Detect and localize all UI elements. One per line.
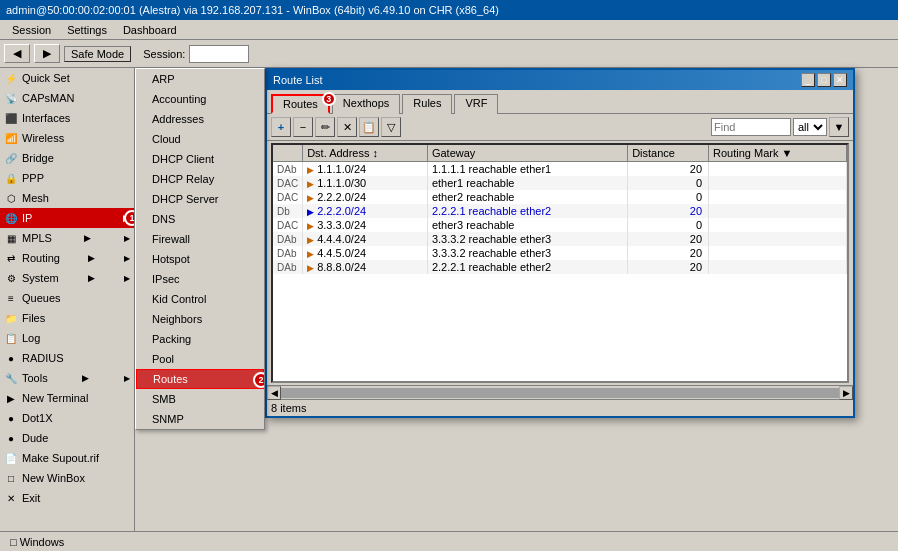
- sidebar-item-routing[interactable]: ⇄ Routing ▶: [0, 248, 134, 268]
- filter-button[interactable]: ▽: [381, 117, 401, 137]
- cell-dst: ▶ 4.4.5.0/24: [303, 246, 428, 260]
- sidebar-item-ppp[interactable]: 🔒 PPP: [0, 168, 134, 188]
- remove-button[interactable]: −: [293, 117, 313, 137]
- sidebar-item-radius[interactable]: ● RADIUS: [0, 348, 134, 368]
- sidebar-item-makesupout[interactable]: 📄 Make Supout.rif: [0, 448, 134, 468]
- dropdown-dhcpserver[interactable]: DHCP Server: [136, 189, 264, 209]
- table-row[interactable]: DAC ▶ 3.3.3.0/24 ether3 reachable 0: [273, 218, 847, 232]
- sidebar-label-system: System: [22, 272, 59, 284]
- dropdown-btn[interactable]: ▼: [829, 117, 849, 137]
- table-row[interactable]: DAC ▶ 1.1.1.0/30 ether1 reachable 0: [273, 176, 847, 190]
- table-row[interactable]: DAb ▶ 4.4.4.0/24 3.3.3.2 reachable ether…: [273, 232, 847, 246]
- scroll-right[interactable]: ▶: [839, 386, 853, 400]
- h-scrollbar[interactable]: ◀ ▶: [267, 385, 853, 399]
- sidebar-item-ip[interactable]: 🌐 IP ▶ 1: [0, 208, 134, 228]
- sidebar-label-log: Log: [22, 332, 40, 344]
- sidebar-item-tools[interactable]: 🔧 Tools ▶: [0, 368, 134, 388]
- scroll-track[interactable]: [281, 388, 839, 398]
- sidebar-item-system[interactable]: ⚙ System ▶: [0, 268, 134, 288]
- sidebar-item-queues[interactable]: ≡ Queues: [0, 288, 134, 308]
- col-distance[interactable]: Distance: [628, 145, 709, 162]
- filter-select[interactable]: all: [793, 118, 827, 136]
- scroll-left[interactable]: ◀: [267, 386, 281, 400]
- dropdown-kidcontrol[interactable]: Kid Control: [136, 289, 264, 309]
- table-row[interactable]: DAb ▶ 8.8.8.0/24 2.2.2.1 reachable ether…: [273, 260, 847, 274]
- cell-type: Db: [273, 204, 303, 218]
- sidebar-item-log[interactable]: 📋 Log: [0, 328, 134, 348]
- dropdown-dhcprelay[interactable]: DHCP Relay: [136, 169, 264, 189]
- dropdown-dhcpclient[interactable]: DHCP Client: [136, 149, 264, 169]
- cell-gateway: ether1 reachable: [427, 176, 627, 190]
- sidebar-label-newwinbox: New WinBox: [22, 472, 85, 484]
- sidebar-label-exit: Exit: [22, 492, 40, 504]
- dropdown-snmp[interactable]: SNMP: [136, 409, 264, 429]
- dropdown-hotspot[interactable]: Hotspot: [136, 249, 264, 269]
- add-button[interactable]: +: [271, 117, 291, 137]
- table-row[interactable]: DAb ▶ 4.4.5.0/24 3.3.3.2 reachable ether…: [273, 246, 847, 260]
- menu-dashboard[interactable]: Dashboard: [115, 22, 185, 38]
- col-gateway[interactable]: Gateway: [427, 145, 627, 162]
- dropdown-addresses[interactable]: Addresses: [136, 109, 264, 129]
- table-row[interactable]: DAb ▶ 1.1.1.0/24 1.1.1.1 reachable ether…: [273, 162, 847, 177]
- title-text: admin@50:00:00:02:00:01 (Alestra) via 19…: [6, 4, 499, 16]
- mesh-icon: ⬡: [4, 191, 18, 205]
- sidebar-item-quickset[interactable]: ⚡ Quick Set: [0, 68, 134, 88]
- dropdown-dns[interactable]: DNS: [136, 209, 264, 229]
- exit-icon: ✕: [4, 491, 18, 505]
- sidebar-label-wireless: Wireless: [22, 132, 64, 144]
- table-row[interactable]: Db ▶ 2.2.2.0/24 2.2.2.1 reachable ether2…: [273, 204, 847, 218]
- sidebar-item-files[interactable]: 📁 Files: [0, 308, 134, 328]
- dropdown-pool[interactable]: Pool: [136, 349, 264, 369]
- dropdown-neighbors[interactable]: Neighbors: [136, 309, 264, 329]
- windows-button[interactable]: □ Windows: [4, 532, 70, 551]
- dropdown-cloud[interactable]: Cloud: [136, 129, 264, 149]
- sidebar-item-interfaces[interactable]: ⬛ Interfaces: [0, 108, 134, 128]
- col-dst[interactable]: Dst. Address ↕: [303, 145, 428, 162]
- find-input[interactable]: [711, 118, 791, 136]
- menu-bar: Session Settings Dashboard: [0, 20, 898, 40]
- sidebar-item-dude[interactable]: ● Dude: [0, 428, 134, 448]
- tab-rules[interactable]: Rules: [402, 94, 452, 114]
- sidebar-item-wireless[interactable]: 📶 Wireless: [0, 128, 134, 148]
- safe-mode-button[interactable]: Safe Mode: [64, 46, 131, 62]
- menu-settings[interactable]: Settings: [59, 22, 115, 38]
- dropdown-ipsec[interactable]: IPsec: [136, 269, 264, 289]
- cell-type: DAb: [273, 246, 303, 260]
- table-row[interactable]: DAC ▶ 2.2.2.0/24 ether2 reachable 0: [273, 190, 847, 204]
- tab-vrf[interactable]: VRF: [454, 94, 498, 114]
- edit-button[interactable]: ✏: [315, 117, 335, 137]
- tab-routes[interactable]: Routes 3: [271, 94, 330, 114]
- tab-nexthops[interactable]: Nexthops: [332, 94, 400, 114]
- dropdown-arp[interactable]: ARP: [136, 69, 264, 89]
- sidebar-item-newterminal[interactable]: ▶ New Terminal: [0, 388, 134, 408]
- badge2: 2: [253, 372, 265, 388]
- cell-dst: ▶ 4.4.4.0/24: [303, 232, 428, 246]
- copy-button[interactable]: ✕: [337, 117, 357, 137]
- wireless-icon: 📶: [4, 131, 18, 145]
- minimize-button[interactable]: _: [801, 73, 815, 87]
- sidebar-item-mpls[interactable]: ▦ MPLS ▶: [0, 228, 134, 248]
- forward-button[interactable]: ▶: [34, 44, 60, 63]
- menu-session[interactable]: Session: [4, 22, 59, 38]
- close-button[interactable]: ✕: [833, 73, 847, 87]
- back-button[interactable]: ◀: [4, 44, 30, 63]
- sidebar-item-dot1x[interactable]: ● Dot1X: [0, 408, 134, 428]
- paste-button[interactable]: 📋: [359, 117, 379, 137]
- maximize-button[interactable]: □: [817, 73, 831, 87]
- dropdown-packing[interactable]: Packing: [136, 329, 264, 349]
- bottom-bar: □ Windows: [0, 531, 898, 551]
- sidebar-item-newwinbox[interactable]: □ New WinBox: [0, 468, 134, 488]
- main-toolbar: ◀ ▶ Safe Mode Session:: [0, 40, 898, 68]
- sidebar-item-capsman[interactable]: 📡 CAPsMAN: [0, 88, 134, 108]
- dropdown-routes[interactable]: Routes 2: [136, 369, 264, 389]
- sidebar-item-mesh[interactable]: ⬡ Mesh: [0, 188, 134, 208]
- sidebar-item-bridge[interactable]: 🔗 Bridge: [0, 148, 134, 168]
- session-input[interactable]: [189, 45, 249, 63]
- col-mark[interactable]: Routing Mark ▼: [709, 145, 847, 162]
- cell-mark: [709, 190, 847, 204]
- dropdown-firewall[interactable]: Firewall: [136, 229, 264, 249]
- mpls-icon: ▦: [4, 231, 18, 245]
- dropdown-smb[interactable]: SMB: [136, 389, 264, 409]
- dropdown-accounting[interactable]: Accounting: [136, 89, 264, 109]
- sidebar-item-exit[interactable]: ✕ Exit: [0, 488, 134, 508]
